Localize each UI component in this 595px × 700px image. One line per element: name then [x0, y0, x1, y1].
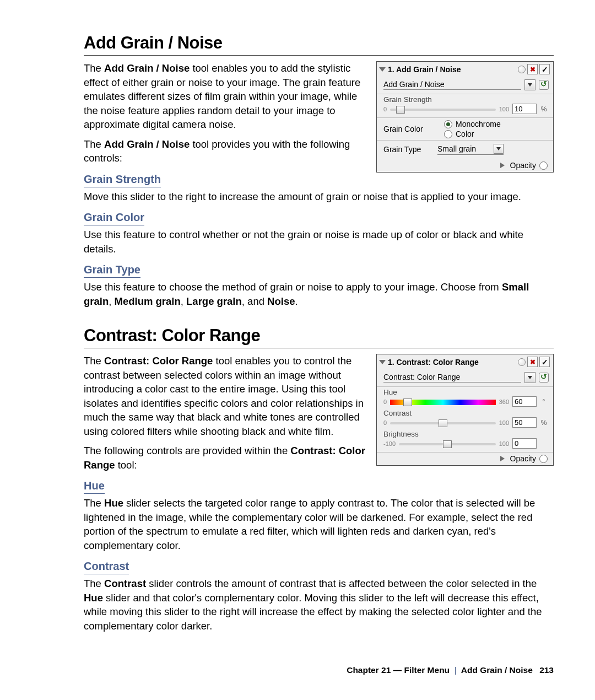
- unit-percent: %: [540, 105, 548, 113]
- slider-max: 100: [499, 106, 509, 112]
- panel-apply-icon[interactable]: ✓: [539, 64, 550, 74]
- grain-color-group: Grain Color Monochrome Color: [377, 118, 553, 141]
- panel-header[interactable]: 1. Contrast: Color Range ✖ ✓: [377, 354, 553, 369]
- slider-thumb-icon[interactable]: [439, 419, 447, 427]
- opacity-row: Opacity: [377, 453, 553, 465]
- sub-heading-grain-strength: Grain Strength: [84, 173, 161, 187]
- opacity-row: Opacity: [377, 159, 553, 172]
- opacity-toggle-icon[interactable]: [539, 455, 548, 463]
- grain-color-color[interactable]: Color: [444, 130, 501, 138]
- preset-row: Contrast: Color Range: [377, 369, 553, 387]
- section-title-contrast-color-range: Contrast: Color Range: [84, 326, 554, 348]
- slider-min: -100: [383, 440, 396, 447]
- brightness-slider[interactable]: [399, 443, 496, 445]
- sub-heading-grain-type: Grain Type: [84, 263, 140, 278]
- contrast-label: Contrast: [383, 409, 548, 417]
- footer-breadcrumb: Add Grain / Noise: [461, 665, 533, 675]
- opacity-label[interactable]: Opacity: [510, 454, 536, 463]
- panel-header[interactable]: 1. Add Grain / Noise ✖ ✓: [377, 62, 553, 77]
- grain-strength-value[interactable]: 10: [512, 104, 537, 114]
- grain-color-desc: Use this feature to control whether or n…: [84, 228, 554, 256]
- section-title-add-grain: Add Grain / Noise: [84, 33, 554, 56]
- grain-color-label: Grain Color: [383, 125, 428, 133]
- grain-type-desc: Use this feature to choose the method of…: [84, 280, 554, 308]
- radio-unselected-icon: [444, 130, 452, 138]
- grain-strength-label: Grain Strength: [383, 95, 548, 104]
- unit-degree: °: [540, 398, 548, 406]
- opacity-label[interactable]: Opacity: [510, 161, 536, 170]
- grain-strength-slider[interactable]: [390, 109, 496, 111]
- grain-strength-group: Grain Strength 0 100 10 %: [377, 94, 553, 118]
- preset-row: Add Grain / Noise: [377, 77, 553, 94]
- slider-thumb-icon[interactable]: [443, 440, 452, 448]
- contrast-group: Contrast 0 100 50 %: [377, 408, 553, 429]
- footer-chapter: Chapter 21 — Filter Menu: [347, 665, 450, 675]
- grain-type-label: Grain Type: [383, 145, 428, 154]
- slider-thumb-icon[interactable]: [403, 399, 412, 406]
- grain-strength-desc: Move this slider to the right to increas…: [84, 190, 554, 204]
- radio-label: Color: [456, 130, 474, 138]
- brightness-group: Brightness -100 100 0: [377, 429, 553, 453]
- panel-indicator-icon[interactable]: [518, 358, 526, 366]
- contrast-value[interactable]: 50: [512, 417, 537, 428]
- slider-max: 360: [499, 399, 509, 405]
- brightness-label: Brightness: [383, 430, 548, 438]
- dropdown-value: Small grain: [437, 144, 494, 153]
- unit-percent: %: [540, 419, 548, 427]
- preset-name[interactable]: Add Grain / Noise: [383, 80, 521, 90]
- slider-min: 0: [383, 106, 387, 112]
- slider-min: 0: [383, 419, 387, 426]
- preset-dropdown-arrow-icon[interactable]: [524, 79, 536, 90]
- hue-label: Hue: [383, 388, 548, 396]
- dropdown-arrow-icon: [494, 144, 504, 154]
- slider-max: 100: [499, 419, 509, 426]
- brightness-value[interactable]: 0: [512, 438, 537, 449]
- panel-header-title: 1. Contrast: Color Range: [388, 358, 479, 367]
- grain-color-monochrome[interactable]: Monochrome: [444, 120, 501, 128]
- hue-group: Hue 0 360 60 °: [377, 387, 553, 408]
- slider-thumb-icon[interactable]: [396, 106, 405, 114]
- disclosure-triangle-icon[interactable]: [379, 67, 386, 72]
- panel-header-title: 1. Add Grain / Noise: [388, 65, 461, 74]
- contrast-slider[interactable]: [390, 422, 496, 424]
- disclosure-triangle-icon[interactable]: [379, 360, 386, 364]
- panel-contrast-color-range: 1. Contrast: Color Range ✖ ✓ Contrast: C…: [376, 354, 554, 466]
- panel-apply-icon[interactable]: ✓: [539, 357, 550, 367]
- slider-max: 100: [499, 440, 509, 447]
- preset-dropdown-arrow-icon[interactable]: [524, 372, 536, 383]
- preset-name[interactable]: Contrast: Color Range: [383, 373, 521, 383]
- page-footer: Chapter 21 — Filter Menu | Add Grain / N…: [347, 665, 554, 675]
- radio-label: Monochrome: [456, 120, 501, 128]
- hue-slider[interactable]: [390, 400, 496, 405]
- reset-icon[interactable]: [539, 80, 549, 90]
- panel-delete-icon[interactable]: ✖: [527, 357, 538, 367]
- sub-heading-hue: Hue: [84, 480, 105, 494]
- disclosure-right-icon[interactable]: [500, 456, 505, 461]
- opacity-toggle-icon[interactable]: [539, 161, 548, 170]
- hue-value[interactable]: 60: [512, 396, 537, 407]
- page-number: 213: [539, 665, 554, 675]
- sub-heading-grain-color: Grain Color: [84, 211, 144, 225]
- grain-type-dropdown[interactable]: Small grain: [437, 144, 504, 155]
- sub-heading-contrast: Contrast: [84, 560, 129, 574]
- slider-min: 0: [383, 399, 387, 405]
- panel-add-grain: 1. Add Grain / Noise ✖ ✓ Add Grain / Noi…: [376, 61, 554, 173]
- reset-icon[interactable]: [539, 373, 549, 383]
- panel-delete-icon[interactable]: ✖: [527, 64, 538, 74]
- panel-indicator-icon[interactable]: [518, 66, 526, 73]
- grain-type-group: Grain Type Small grain: [377, 141, 553, 159]
- contrast-desc: The Contrast slider controls the amount …: [84, 577, 554, 633]
- disclosure-right-icon[interactable]: [500, 163, 505, 168]
- hue-desc: The Hue slider selects the targeted colo…: [84, 496, 554, 552]
- radio-selected-icon: [444, 120, 452, 128]
